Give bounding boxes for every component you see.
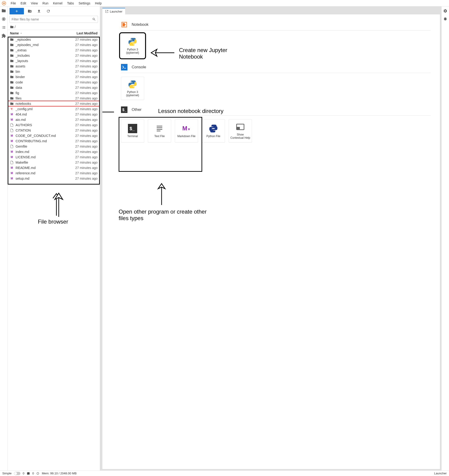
- menu-edit[interactable]: Edit: [18, 0, 28, 6]
- file-row[interactable]: data27 minutes ago: [8, 85, 100, 90]
- file-row[interactable]: fig27 minutes ago: [8, 90, 100, 96]
- file-modified: 27 minutes ago: [75, 75, 97, 79]
- console-section-icon: [121, 64, 128, 70]
- file-row[interactable]: M404.md27 minutes ago: [8, 112, 100, 117]
- menu-file[interactable]: File: [8, 0, 18, 6]
- file-name: aio.md: [16, 118, 75, 121]
- file-modified: 27 minutes ago: [75, 54, 97, 57]
- upload-icon[interactable]: [37, 9, 41, 13]
- menu-settings[interactable]: Settings: [76, 0, 93, 6]
- tab-launcher[interactable]: Launcher: [102, 8, 125, 14]
- markdown-icon: M: [10, 171, 14, 175]
- section-title: Notebook: [132, 22, 149, 27]
- file-modified: 27 minutes ago: [75, 113, 97, 116]
- menu-kernel[interactable]: Kernel: [51, 0, 65, 6]
- filter-input[interactable]: [12, 17, 92, 21]
- breadcrumb-root[interactable]: /: [15, 25, 16, 29]
- file-row[interactable]: code27 minutes ago: [8, 80, 100, 85]
- file-name: _episodes_rmd: [16, 43, 75, 47]
- file-modified: 27 minutes ago: [75, 64, 97, 68]
- file-modified: 27 minutes ago: [75, 118, 97, 121]
- toc-icon[interactable]: [1, 25, 6, 30]
- file-modified: 27 minutes ago: [75, 150, 97, 154]
- file-browser-icon[interactable]: [1, 8, 6, 13]
- file-row[interactable]: files27 minutes ago: [8, 96, 100, 101]
- markdownfile-icon: M▼: [182, 124, 191, 133]
- file-row[interactable]: _layouts27 minutes ago: [8, 58, 100, 63]
- launcher-card[interactable]: Python 3 (ipykernel): [121, 77, 144, 100]
- launcher-card[interactable]: Show Contextual Help: [229, 119, 252, 143]
- terminal-status-icon[interactable]: [27, 472, 30, 475]
- property-inspector-icon[interactable]: [443, 9, 447, 13]
- file-row[interactable]: _episodes27 minutes ago: [8, 37, 100, 42]
- file-row[interactable]: Mindex.md27 minutes ago: [8, 149, 100, 154]
- file-row[interactable]: Gemfile27 minutes ago: [8, 144, 100, 149]
- file-modified: 27 minutes ago: [75, 38, 97, 41]
- file-row[interactable]: AUTHORS27 minutes ago: [8, 122, 100, 128]
- launcher-card[interactable]: $_Terminal: [121, 119, 144, 143]
- menu-help[interactable]: Help: [93, 0, 104, 6]
- extensions-icon[interactable]: [1, 34, 6, 38]
- file-row[interactable]: Maio.md27 minutes ago: [8, 117, 100, 122]
- filter-input-wrap[interactable]: [10, 16, 98, 23]
- folder-icon: [10, 54, 14, 57]
- file-row[interactable]: MCODE_OF_CONDUCT.md27 minutes ago: [8, 133, 100, 138]
- file-row[interactable]: MLICENSE.md27 minutes ago: [8, 154, 100, 160]
- card-label: Show Contextual Help: [229, 133, 252, 140]
- file-row[interactable]: Mreference.md27 minutes ago: [8, 170, 100, 176]
- help-icon: [236, 122, 245, 132]
- markdown-icon: M: [10, 166, 14, 170]
- file-row[interactable]: _episodes_rmd27 minutes ago: [8, 42, 100, 47]
- file-row[interactable]: Msetup.md27 minutes ago: [8, 176, 100, 181]
- launcher-card[interactable]: Text File: [148, 119, 171, 143]
- new-launcher-button[interactable]: [10, 8, 24, 14]
- column-modified[interactable]: Last Modified: [77, 31, 97, 35]
- file-modified: 27 minutes ago: [75, 43, 97, 47]
- annotation-other-programs: Open other program or create other files…: [119, 208, 207, 222]
- simple-toggle[interactable]: [14, 472, 20, 475]
- debugger-icon[interactable]: [443, 17, 447, 21]
- file-row[interactable]: _includes27 minutes ago: [8, 53, 100, 58]
- launcher-card[interactable]: Python 3 (ipykernel): [121, 34, 144, 57]
- file-row[interactable]: assets27 minutes ago: [8, 63, 100, 69]
- kernel-status-icon[interactable]: [36, 472, 39, 475]
- card-label: Python 3 (ipykernel): [121, 48, 144, 55]
- file-row[interactable]: _extras27 minutes ago: [8, 47, 100, 53]
- menu-tabs[interactable]: Tabs: [65, 0, 76, 6]
- folder-icon: [10, 48, 14, 52]
- file-name: README.md: [16, 166, 75, 170]
- markdown-icon: M: [10, 177, 14, 180]
- menu-view[interactable]: View: [28, 0, 40, 6]
- folder-icon: [10, 91, 14, 95]
- terminal-card-icon: $_: [128, 124, 137, 133]
- menu-run[interactable]: Run: [40, 0, 51, 6]
- file-modified: 27 minutes ago: [75, 107, 97, 111]
- folder-icon: [10, 25, 14, 29]
- file-row[interactable]: binder27 minutes ago: [8, 74, 100, 80]
- file-name: LICENSE.md: [16, 155, 75, 159]
- file-row[interactable]: Y:_config.yml27 minutes ago: [8, 106, 100, 112]
- file-name: binder: [16, 75, 75, 79]
- new-folder-icon[interactable]: [28, 9, 32, 13]
- breadcrumb[interactable]: /: [8, 24, 100, 30]
- file-row[interactable]: MREADME.md27 minutes ago: [8, 165, 100, 170]
- running-icon[interactable]: [1, 17, 6, 21]
- textfile-icon: [155, 124, 164, 133]
- file-name: CODE_OF_CONDUCT.md: [16, 134, 75, 138]
- file-name: notebooks: [16, 102, 75, 105]
- column-name[interactable]: Name: [10, 31, 77, 35]
- file-row[interactable]: notebooks27 minutes ago: [8, 101, 100, 106]
- folder-icon: [10, 59, 14, 63]
- file-row[interactable]: Makefile27 minutes ago: [8, 160, 100, 165]
- launcher-card[interactable]: Python File: [202, 119, 225, 143]
- file-row[interactable]: CITATION27 minutes ago: [8, 128, 100, 133]
- file-name: _includes: [16, 54, 75, 57]
- refresh-icon[interactable]: [46, 9, 50, 13]
- file-name: setup.md: [16, 177, 75, 180]
- file-name: index.md: [16, 150, 75, 154]
- file-name: Gemfile: [16, 144, 75, 148]
- file-row[interactable]: MCONTRIBUTING.md27 minutes ago: [8, 138, 100, 144]
- launcher-card[interactable]: M▼Markdown File: [175, 119, 198, 143]
- file-row[interactable]: bin27 minutes ago: [8, 69, 100, 74]
- file-name: assets: [16, 64, 75, 68]
